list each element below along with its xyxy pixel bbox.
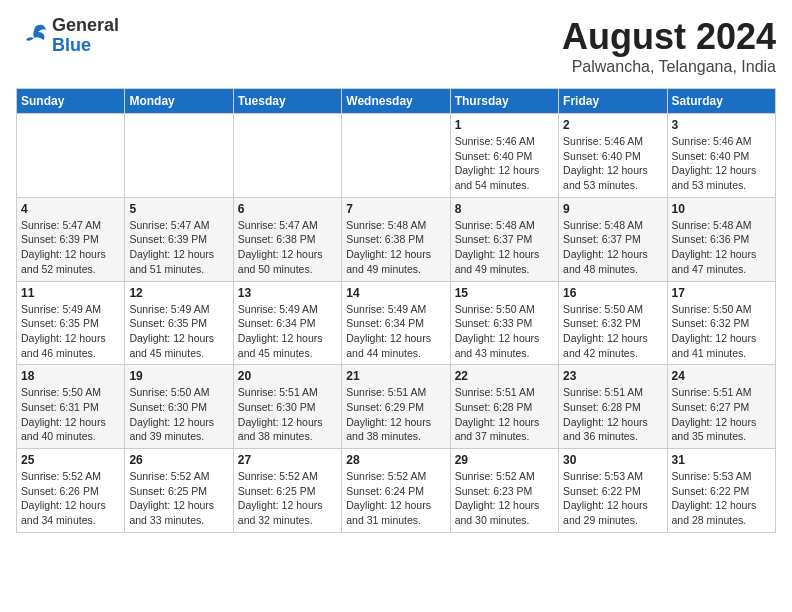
day-number: 14 xyxy=(346,286,445,300)
calendar-cell: 24Sunrise: 5:51 AM Sunset: 6:27 PM Dayli… xyxy=(667,365,775,449)
title-area: August 2024 Palwancha, Telangana, India xyxy=(562,16,776,76)
calendar-cell: 8Sunrise: 5:48 AM Sunset: 6:37 PM Daylig… xyxy=(450,197,558,281)
day-info: Sunrise: 5:50 AM Sunset: 6:30 PM Dayligh… xyxy=(129,385,228,444)
day-info: Sunrise: 5:52 AM Sunset: 6:24 PM Dayligh… xyxy=(346,469,445,528)
day-number: 15 xyxy=(455,286,554,300)
day-number: 19 xyxy=(129,369,228,383)
calendar-cell: 10Sunrise: 5:48 AM Sunset: 6:36 PM Dayli… xyxy=(667,197,775,281)
day-number: 17 xyxy=(672,286,771,300)
calendar-header-thursday: Thursday xyxy=(450,89,558,114)
calendar-week-4: 25Sunrise: 5:52 AM Sunset: 6:26 PM Dayli… xyxy=(17,449,776,533)
calendar-cell: 5Sunrise: 5:47 AM Sunset: 6:39 PM Daylig… xyxy=(125,197,233,281)
day-number: 9 xyxy=(563,202,662,216)
logo-general: General xyxy=(52,16,119,36)
calendar-cell xyxy=(125,114,233,198)
day-number: 1 xyxy=(455,118,554,132)
day-number: 22 xyxy=(455,369,554,383)
page-title: August 2024 xyxy=(562,16,776,58)
calendar-body: 1Sunrise: 5:46 AM Sunset: 6:40 PM Daylig… xyxy=(17,114,776,533)
calendar-cell xyxy=(233,114,341,198)
calendar-cell: 23Sunrise: 5:51 AM Sunset: 6:28 PM Dayli… xyxy=(559,365,667,449)
calendar-cell: 6Sunrise: 5:47 AM Sunset: 6:38 PM Daylig… xyxy=(233,197,341,281)
day-number: 29 xyxy=(455,453,554,467)
day-number: 12 xyxy=(129,286,228,300)
day-number: 27 xyxy=(238,453,337,467)
day-info: Sunrise: 5:51 AM Sunset: 6:30 PM Dayligh… xyxy=(238,385,337,444)
day-info: Sunrise: 5:49 AM Sunset: 6:34 PM Dayligh… xyxy=(238,302,337,361)
day-number: 13 xyxy=(238,286,337,300)
day-number: 24 xyxy=(672,369,771,383)
calendar-cell xyxy=(342,114,450,198)
calendar-cell: 19Sunrise: 5:50 AM Sunset: 6:30 PM Dayli… xyxy=(125,365,233,449)
calendar-cell xyxy=(17,114,125,198)
day-info: Sunrise: 5:48 AM Sunset: 6:37 PM Dayligh… xyxy=(563,218,662,277)
day-number: 7 xyxy=(346,202,445,216)
day-info: Sunrise: 5:52 AM Sunset: 6:26 PM Dayligh… xyxy=(21,469,120,528)
day-info: Sunrise: 5:52 AM Sunset: 6:25 PM Dayligh… xyxy=(129,469,228,528)
calendar-cell: 12Sunrise: 5:49 AM Sunset: 6:35 PM Dayli… xyxy=(125,281,233,365)
calendar-week-2: 11Sunrise: 5:49 AM Sunset: 6:35 PM Dayli… xyxy=(17,281,776,365)
logo-bird-icon xyxy=(16,22,48,50)
calendar-cell: 27Sunrise: 5:52 AM Sunset: 6:25 PM Dayli… xyxy=(233,449,341,533)
day-number: 16 xyxy=(563,286,662,300)
day-info: Sunrise: 5:48 AM Sunset: 6:36 PM Dayligh… xyxy=(672,218,771,277)
day-info: Sunrise: 5:53 AM Sunset: 6:22 PM Dayligh… xyxy=(672,469,771,528)
day-number: 6 xyxy=(238,202,337,216)
logo: General Blue xyxy=(16,16,119,56)
day-info: Sunrise: 5:47 AM Sunset: 6:39 PM Dayligh… xyxy=(21,218,120,277)
calendar-header-tuesday: Tuesday xyxy=(233,89,341,114)
calendar-cell: 13Sunrise: 5:49 AM Sunset: 6:34 PM Dayli… xyxy=(233,281,341,365)
calendar-header-saturday: Saturday xyxy=(667,89,775,114)
day-info: Sunrise: 5:48 AM Sunset: 6:37 PM Dayligh… xyxy=(455,218,554,277)
day-number: 18 xyxy=(21,369,120,383)
day-info: Sunrise: 5:53 AM Sunset: 6:22 PM Dayligh… xyxy=(563,469,662,528)
day-info: Sunrise: 5:49 AM Sunset: 6:34 PM Dayligh… xyxy=(346,302,445,361)
day-info: Sunrise: 5:47 AM Sunset: 6:39 PM Dayligh… xyxy=(129,218,228,277)
day-info: Sunrise: 5:51 AM Sunset: 6:28 PM Dayligh… xyxy=(455,385,554,444)
calendar-cell: 11Sunrise: 5:49 AM Sunset: 6:35 PM Dayli… xyxy=(17,281,125,365)
day-number: 3 xyxy=(672,118,771,132)
page-subtitle: Palwancha, Telangana, India xyxy=(562,58,776,76)
day-info: Sunrise: 5:48 AM Sunset: 6:38 PM Dayligh… xyxy=(346,218,445,277)
day-number: 5 xyxy=(129,202,228,216)
day-number: 31 xyxy=(672,453,771,467)
calendar-cell: 3Sunrise: 5:46 AM Sunset: 6:40 PM Daylig… xyxy=(667,114,775,198)
calendar-cell: 14Sunrise: 5:49 AM Sunset: 6:34 PM Dayli… xyxy=(342,281,450,365)
day-number: 11 xyxy=(21,286,120,300)
day-number: 4 xyxy=(21,202,120,216)
calendar-cell: 25Sunrise: 5:52 AM Sunset: 6:26 PM Dayli… xyxy=(17,449,125,533)
day-number: 10 xyxy=(672,202,771,216)
day-info: Sunrise: 5:49 AM Sunset: 6:35 PM Dayligh… xyxy=(21,302,120,361)
header: General Blue August 2024 Palwancha, Tela… xyxy=(16,16,776,76)
day-info: Sunrise: 5:51 AM Sunset: 6:28 PM Dayligh… xyxy=(563,385,662,444)
calendar-cell: 22Sunrise: 5:51 AM Sunset: 6:28 PM Dayli… xyxy=(450,365,558,449)
calendar-cell: 7Sunrise: 5:48 AM Sunset: 6:38 PM Daylig… xyxy=(342,197,450,281)
day-info: Sunrise: 5:51 AM Sunset: 6:29 PM Dayligh… xyxy=(346,385,445,444)
day-number: 30 xyxy=(563,453,662,467)
calendar-cell: 28Sunrise: 5:52 AM Sunset: 6:24 PM Dayli… xyxy=(342,449,450,533)
calendar-cell: 4Sunrise: 5:47 AM Sunset: 6:39 PM Daylig… xyxy=(17,197,125,281)
day-info: Sunrise: 5:51 AM Sunset: 6:27 PM Dayligh… xyxy=(672,385,771,444)
day-info: Sunrise: 5:50 AM Sunset: 6:32 PM Dayligh… xyxy=(672,302,771,361)
calendar-header-sunday: Sunday xyxy=(17,89,125,114)
day-info: Sunrise: 5:50 AM Sunset: 6:33 PM Dayligh… xyxy=(455,302,554,361)
day-info: Sunrise: 5:50 AM Sunset: 6:31 PM Dayligh… xyxy=(21,385,120,444)
day-number: 23 xyxy=(563,369,662,383)
calendar-cell: 16Sunrise: 5:50 AM Sunset: 6:32 PM Dayli… xyxy=(559,281,667,365)
day-info: Sunrise: 5:46 AM Sunset: 6:40 PM Dayligh… xyxy=(563,134,662,193)
day-info: Sunrise: 5:47 AM Sunset: 6:38 PM Dayligh… xyxy=(238,218,337,277)
day-info: Sunrise: 5:50 AM Sunset: 6:32 PM Dayligh… xyxy=(563,302,662,361)
day-number: 2 xyxy=(563,118,662,132)
calendar-cell: 9Sunrise: 5:48 AM Sunset: 6:37 PM Daylig… xyxy=(559,197,667,281)
calendar-header-friday: Friday xyxy=(559,89,667,114)
calendar-week-1: 4Sunrise: 5:47 AM Sunset: 6:39 PM Daylig… xyxy=(17,197,776,281)
day-number: 25 xyxy=(21,453,120,467)
calendar-cell: 1Sunrise: 5:46 AM Sunset: 6:40 PM Daylig… xyxy=(450,114,558,198)
calendar-header-monday: Monday xyxy=(125,89,233,114)
day-info: Sunrise: 5:46 AM Sunset: 6:40 PM Dayligh… xyxy=(455,134,554,193)
calendar-cell: 26Sunrise: 5:52 AM Sunset: 6:25 PM Dayli… xyxy=(125,449,233,533)
day-info: Sunrise: 5:52 AM Sunset: 6:23 PM Dayligh… xyxy=(455,469,554,528)
day-number: 8 xyxy=(455,202,554,216)
calendar-cell: 21Sunrise: 5:51 AM Sunset: 6:29 PM Dayli… xyxy=(342,365,450,449)
day-info: Sunrise: 5:46 AM Sunset: 6:40 PM Dayligh… xyxy=(672,134,771,193)
